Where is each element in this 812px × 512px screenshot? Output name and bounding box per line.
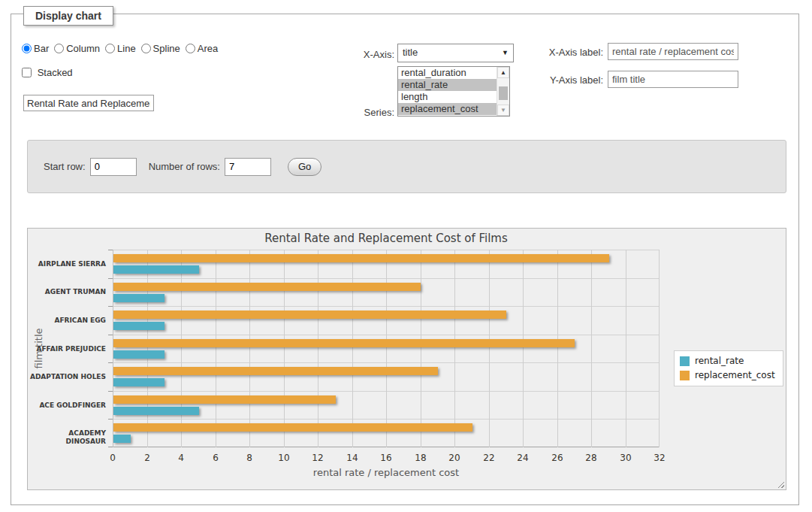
- x-tick-label: 18: [406, 453, 436, 463]
- x-axis-select[interactable]: title ▼: [397, 44, 514, 62]
- resize-handle-icon[interactable]: [776, 480, 784, 488]
- x-gridline: [626, 250, 626, 447]
- x-gridline: [591, 250, 592, 447]
- bar-replacement_cost: [113, 367, 438, 375]
- chart-type-option-column[interactable]: Column: [54, 43, 100, 54]
- x-tick-label: 4: [166, 453, 196, 463]
- row-controls-panel: Start row: Number of rows: Go: [27, 140, 786, 193]
- x-gridline: [523, 250, 524, 447]
- category-label: AFRICAN EGG: [28, 317, 106, 325]
- bar-rental_rate: [113, 378, 165, 386]
- chart-type-label: Column: [66, 43, 100, 54]
- legend-item-rental_rate[interactable]: rental_rate: [680, 356, 775, 366]
- series-listbox[interactable]: rental_durationrental_ratelengthreplacem…: [397, 66, 510, 117]
- chart-type-radio-bar[interactable]: [22, 44, 32, 53]
- series-options: rental_durationrental_ratelengthreplacem…: [398, 67, 497, 116]
- series-option-replacement_cost[interactable]: replacement_cost: [398, 103, 497, 115]
- series-scrollbar[interactable]: ▲ ▼: [497, 67, 509, 116]
- category-label: AGENT TRUMAN: [28, 288, 106, 296]
- chart-legend: rental_ratereplacement_cost: [674, 350, 783, 386]
- scrollbar-thumb[interactable]: [499, 86, 508, 100]
- legend-item-replacement_cost[interactable]: replacement_cost: [680, 370, 775, 380]
- chart-x-axis-title: rental rate / replacement cost: [113, 467, 660, 478]
- bar-replacement_cost: [113, 311, 506, 319]
- chart-type-option-area[interactable]: Area: [186, 43, 218, 54]
- x-tick-label: 6: [201, 453, 231, 463]
- chart-type-label: Spline: [153, 43, 180, 54]
- x-tick-label: 28: [576, 453, 606, 463]
- chart-type-option-line[interactable]: Line: [105, 43, 136, 54]
- x-gridline: [249, 250, 250, 447]
- series-option-rental_rate[interactable]: rental_rate: [398, 79, 497, 91]
- chart-type-radio-area[interactable]: [186, 44, 195, 53]
- stacked-label: Stacked: [38, 67, 73, 78]
- x-gridline: [421, 250, 421, 447]
- x-tick-label: 2: [132, 453, 162, 463]
- scrollbar-track[interactable]: [497, 78, 509, 105]
- chart-type-radio-group: BarColumnLineSplineArea: [22, 43, 223, 54]
- category-label: AIRPLANE SIERRA: [28, 260, 106, 268]
- x-axis-selected-value: title: [403, 47, 418, 58]
- bar-rental_rate: [113, 294, 165, 302]
- x-tick-label: 10: [269, 453, 299, 463]
- category-label: ADAPTATION HOLES: [28, 373, 106, 381]
- chart-panel: Rental Rate and Replacement Cost of Film…: [27, 228, 786, 490]
- start-row-input[interactable]: [90, 158, 137, 176]
- legend-swatch-icon: [680, 356, 690, 366]
- x-gridline: [557, 250, 558, 447]
- series-option-rental_duration[interactable]: rental_duration: [398, 67, 497, 79]
- category-label: ACE GOLDFINGER: [28, 401, 106, 410]
- chart-type-radio-column[interactable]: [54, 44, 64, 53]
- bar-replacement_cost: [113, 283, 421, 291]
- chart-type-radio-spline[interactable]: [141, 44, 151, 53]
- x-tick-label: 24: [508, 453, 538, 463]
- category-label: AFFAIR PREJUDICE: [28, 345, 106, 353]
- category-label: ACADEMY DINOSAUR: [28, 429, 106, 446]
- display-chart-fieldset: Display chart BarColumnLineSplineArea St…: [11, 14, 799, 505]
- x-axis-select-label: X-Axis:: [353, 49, 394, 60]
- x-gridline: [489, 250, 490, 447]
- y-axis-label-field-label: Y-Axis label:: [537, 74, 603, 86]
- bar-replacement_cost: [113, 395, 336, 404]
- series-listbox-label: Series:: [342, 107, 394, 118]
- y-axis-label-input[interactable]: [608, 71, 738, 88]
- legend-label: replacement_cost: [695, 370, 775, 380]
- x-gridline: [181, 250, 182, 447]
- x-gridline: [386, 250, 387, 447]
- chart-type-label: Line: [117, 43, 136, 54]
- bar-replacement_cost: [113, 339, 575, 347]
- app-root: Display chart BarColumnLineSplineArea St…: [0, 0, 812, 512]
- go-button[interactable]: Go: [288, 158, 321, 176]
- series-option-length[interactable]: length: [398, 91, 497, 103]
- number-of-rows-input[interactable]: [225, 158, 271, 176]
- chart-type-radio-line[interactable]: [105, 44, 115, 53]
- chart-type-option-spline[interactable]: Spline: [141, 43, 180, 54]
- bar-rental_rate: [113, 407, 199, 415]
- x-gridline: [284, 250, 285, 447]
- chart-type-label: Bar: [34, 43, 49, 54]
- stacked-checkbox[interactable]: [22, 68, 32, 77]
- chevron-down-icon: ▼: [502, 49, 509, 56]
- legend-swatch-icon: [680, 371, 690, 380]
- start-row-label: Start row:: [44, 161, 86, 172]
- x-tick-label: 32: [644, 453, 675, 463]
- chart-title: Rental Rate and Replacement Cost of Film…: [113, 232, 660, 245]
- x-axis-label-input[interactable]: [608, 43, 738, 60]
- bar-rental_rate: [113, 435, 131, 443]
- bar-rental_rate: [113, 265, 199, 274]
- chart-title-input[interactable]: [23, 95, 154, 111]
- x-tick-label: 14: [337, 453, 367, 463]
- chart-type-label: Area: [198, 43, 218, 54]
- x-tick-label: 22: [474, 453, 504, 463]
- x-gridline: [318, 250, 318, 447]
- scroll-down-icon[interactable]: ▼: [497, 105, 509, 116]
- scroll-up-icon[interactable]: ▲: [497, 67, 509, 78]
- x-tick-label: 0: [98, 453, 128, 463]
- chart-type-option-bar[interactable]: Bar: [22, 43, 49, 54]
- x-tick-label: 20: [439, 453, 469, 463]
- plot-area: [113, 250, 660, 447]
- number-of-rows-label: Number of rows:: [149, 161, 220, 172]
- x-axis-label-field-label: X-Axis label:: [537, 47, 603, 58]
- bar-rental_rate: [113, 322, 165, 330]
- stacked-option[interactable]: Stacked: [22, 67, 73, 78]
